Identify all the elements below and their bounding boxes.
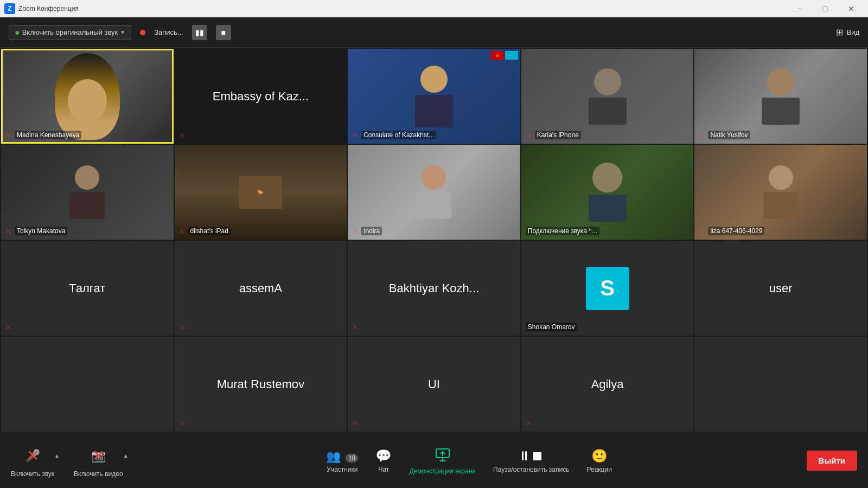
embassy-label: Embassy of Kaz... [213,89,309,104]
mic-label: Включить звук [11,470,54,478]
chat-label: Чат [378,466,389,473]
mute-icon: ⛌ [352,323,359,331]
center-controls: 👥 18 Участники 💬 Чат Демонстрация экрана [326,447,612,475]
mute-icon: ⛌ [526,131,533,139]
bottom-bar: 🎤 ✕ Включить звук ▲ 📷 ✕ Включить видео ▲ [0,433,868,488]
chat-icon: 💬 [375,448,392,464]
talgat-label: Талгат [69,281,105,296]
embassy-name: ⛌ [179,131,186,139]
natik-name: ⛌ Natik Yusifov [699,131,750,139]
grid-icon: ⊞ [836,27,843,37]
maximize-button[interactable]: □ [813,0,838,17]
participant-bakhtiyar[interactable]: Bakhtiyar Kozh... ⛌ [348,241,520,336]
participant-shokan[interactable]: S Shokan Omarov [521,241,694,336]
karla-name: ⛌ Karla's iPhone [526,131,581,139]
mute-icon: ⛌ [179,419,186,427]
end-button[interactable]: Выйти [807,451,857,471]
participant-empty1 [1,337,174,432]
mute-icon: ⛌ [352,131,359,139]
minimize-button[interactable]: − [787,0,812,17]
participants-icon: 👥 18 [326,448,358,464]
video-button[interactable]: 📷 ✕ Включить видео [74,444,123,478]
participants-button[interactable]: 👥 18 Участники [326,448,358,473]
dilshat-name: ⛌ dilshat's iPad [179,227,231,235]
participant-agilya[interactable]: Agilya ⛌ [521,337,694,432]
right-controls: Выйти [807,451,857,471]
left-controls: 🎤 ✕ Включить звук ▲ 📷 ✕ Включить видео ▲ [11,444,132,478]
view-label: Вид [846,28,859,36]
madina-name: ⛌ Madina Kenesbayeva [5,131,81,139]
mute-icon: ⛌ [526,419,533,427]
murat-label: Murat Rustemov [217,377,304,391]
mute-icon: ⛌ [699,227,706,235]
video-label: Включить видео [74,470,123,478]
view-button[interactable]: ⊞ Вид [836,27,859,37]
liza-name: ⛌ liza 647-406-4029 [699,227,764,235]
assema-name: ⛌ [179,323,186,331]
participant-consulate[interactable]: 🍁 ⛌ Consulate of Kazakhst... [348,49,520,144]
bakhtiyar-label: Bakhtiyar Kozh... [389,281,479,296]
shokan-avatar: S [586,267,629,310]
stop-recording-button[interactable]: ■ [216,25,231,40]
participant-talgat[interactable]: Талгат ⛌ [1,241,174,336]
pause-icon: ⏸⏹ [518,448,544,464]
participant-dilshat[interactable]: 🐎 ⛌ dilshat's iPad [175,145,347,240]
participant-natik[interactable]: ⛌ Natik Yusifov [694,49,867,144]
recording-indicator [140,30,145,35]
reactions-label: Реакции [586,466,611,473]
participants-label: Участники [327,466,358,473]
pause-label: Пауза/остановить запись [493,466,569,473]
recording-label: Запись... [154,28,183,36]
podklyuchenie-name: Подключение звука ᴴ... [526,227,600,235]
original-sound-label: Включить оригинальный звук [22,28,118,36]
mute-icon: ⛌ [179,323,186,331]
demo-button[interactable]: Демонстрация экрана [409,447,476,475]
indira-name: ⛌ Indira [352,227,382,235]
title-bar: Z Zoom Конференция − □ ✕ [0,0,868,17]
mic-icon: 🎤 ✕ [21,444,44,468]
security-badge[interactable]: ● Включить оригинальный звук ▼ [9,25,131,40]
reactions-button[interactable]: 🙂 Реакции [586,448,611,473]
participant-indira[interactable]: ⛌ Indira [348,145,520,240]
mute-icon: ⛌ [179,227,186,235]
participants-count: 18 [346,454,358,463]
participant-karla[interactable]: ⛌ Karla's iPhone [521,49,694,144]
participant-user[interactable]: user [694,241,867,336]
participant-madina[interactable]: ⛌ Madina Kenesbayeva [1,49,174,144]
video-icon: 📷 ✕ [86,444,110,468]
shield-icon: ● [15,28,20,37]
mic-expand[interactable]: ▲ [54,453,63,459]
participant-liza[interactable]: ⛌ liza 647-406-4029 [694,145,867,240]
mute-icon: ⛌ [352,419,359,427]
chat-button[interactable]: 💬 Чат [375,448,392,473]
mute-icon: ⛌ [5,131,12,139]
participant-podklyuchenie[interactable]: Подключение звука ᴴ... [521,145,694,240]
agilya-label: Agilya [591,377,624,391]
pause-recording-button[interactable]: ▮▮ [192,25,207,40]
consulate-name: ⛌ Consulate of Kazakhst... [352,131,436,139]
participant-embassy[interactable]: Embassy of Kaz... ⛌ [175,49,347,144]
mute-icon: ⛌ [5,227,12,235]
mute-icon: ⛌ [179,131,186,139]
participant-murat[interactable]: Murat Rustemov ⛌ [175,337,347,432]
mute-icon: ⛌ [699,131,706,139]
mute-icon: ⛌ [352,227,359,235]
window-title: Zoom Конференция [18,5,787,12]
participant-empty2 [694,337,867,432]
murat-name: ⛌ [179,419,186,427]
mic-control-group: 🎤 ✕ Включить звук ▲ [11,444,63,478]
reactions-icon: 🙂 [591,448,608,464]
participant-assema[interactable]: assemA ⛌ [175,241,347,336]
video-expand[interactable]: ▲ [123,453,132,459]
participant-ui[interactable]: UI ⛌ [348,337,520,432]
talgat-name: ⛌ [5,323,12,331]
pause-button[interactable]: ⏸⏹ Пауза/остановить запись [493,448,569,473]
toolbar: ● Включить оригинальный звук ▼ Запись...… [0,17,868,48]
assema-label: assemA [239,281,282,296]
demo-label: Демонстрация экрана [409,467,476,475]
video-control-group: 📷 ✕ Включить видео ▲ [74,444,132,478]
close-button[interactable]: ✕ [839,0,864,17]
participant-tolkyn[interactable]: ⛌ Tolkyn Makatova [1,145,174,240]
mic-button[interactable]: 🎤 ✕ Включить звук [11,444,54,478]
agilya-name: ⛌ [526,419,533,427]
